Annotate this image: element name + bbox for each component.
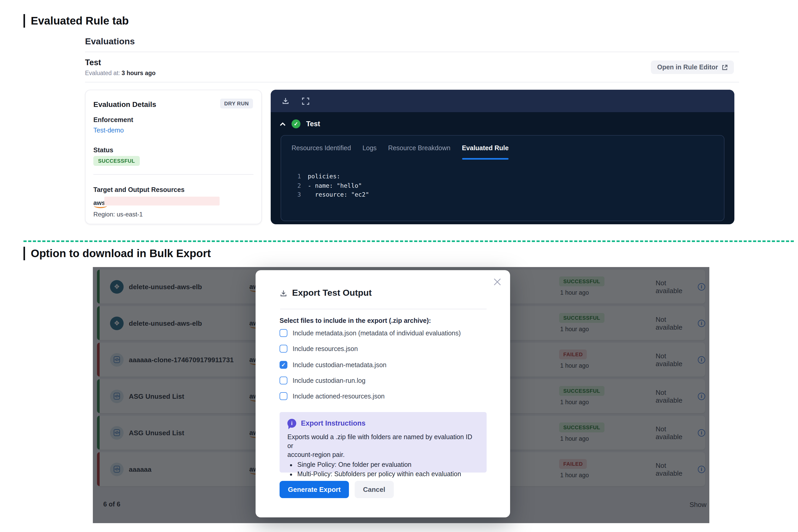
generate-export-button[interactable]: Generate Export [280,481,349,498]
checkbox-include-resources[interactable]: ✓ Include resources.json [280,345,358,353]
target-resources-label: Target and Output Resources [93,186,185,193]
checkbox[interactable]: ✓ [280,345,287,353]
checkbox-include-custodian-metadata[interactable]: ✓ Include custodian-metadata.json [280,361,386,369]
code-line: 1policies: [296,172,714,181]
fullscreen-icon[interactable] [302,97,309,104]
evaluated-at-label: Evaluated at: [85,70,120,76]
divider [85,82,739,82]
code-line: 3 resource: "ec2" [296,190,714,200]
bullet-item: Single Policy: One folder per evaluation [297,460,479,470]
instructions-title: Export Instructions [301,419,366,427]
external-link-icon [722,64,727,70]
checkbox-label: Include resources.json [292,345,358,352]
aws-logo: aws [93,200,105,206]
open-in-rule-editor-button[interactable]: Open in Rule Editor [651,60,734,74]
evaluated-at: Evaluated at:3 hours ago [85,70,156,76]
status-badge: SUCCESSFUL [93,156,140,166]
section-title-bulk-export: Option to download in Bulk Export [23,247,211,260]
evaluation-name: Test [85,58,101,67]
modal-title: Export Test Output [292,288,372,298]
info-bubble-icon: i [287,419,296,428]
close-icon[interactable] [493,278,502,286]
download-icon[interactable] [282,97,289,105]
enforcement-label: Enforcement [93,116,133,124]
test-output-viewer: ✓ Test Resources Identified Logs Resourc… [271,90,734,224]
tab-logs[interactable]: Logs [362,145,377,153]
status-label: Status [93,147,113,154]
code-line: 2- name: "hello" [296,181,714,190]
redacted-resource-name [104,197,220,206]
run-name: Test [306,120,320,128]
tab-evaluated-rule[interactable]: Evaluated Rule [462,145,509,153]
evaluated-at-value: 3 hours ago [121,70,155,76]
code-text: policies: [308,172,340,181]
success-check-icon: ✓ [291,119,300,128]
divider [85,52,739,52]
checkbox-include-custodian-run-log[interactable]: ✓ Include custodian-run.log [280,377,365,384]
checkbox[interactable]: ✓ [280,377,287,384]
checkbox[interactable]: ✓ [280,329,287,337]
tab-resources-identified[interactable]: Resources Identified [291,145,351,153]
cancel-button[interactable]: Cancel [355,481,394,498]
evaluations-heading: Evaluations [85,37,135,47]
checkbox-label: Include metadata.json (metadata of indiv… [292,329,461,337]
instructions-header: i Export Instructions [287,419,366,428]
code-text: - name: "hello" [308,181,362,190]
line-number: 1 [296,172,301,181]
checkbox-label: Include custodian-run.log [292,377,365,384]
export-modal: Export Test Output Select files to inclu… [255,270,510,517]
checkbox[interactable]: ✓ [280,361,287,369]
download-icon [280,289,287,297]
enforcement-link[interactable]: Test-demo [93,127,124,134]
line-number: 2 [296,181,301,190]
checkbox[interactable]: ✓ [280,392,287,400]
divider [93,174,253,175]
instructions-bullets: Single Policy: One folder per evaluation… [287,460,479,479]
viewer-tabs: Resources Identified Logs Resource Break… [291,145,734,153]
select-files-label: Select files to include in the export (.… [280,317,431,324]
run-row: ✓ Test [280,119,320,128]
checkbox-include-actioned-resources[interactable]: ✓ Include actioned-resources.json [280,392,385,400]
dry-run-badge: DRY RUN [220,99,253,109]
tab-resource-breakdown[interactable]: Resource Breakdown [388,145,450,153]
viewer-toolbar [271,90,734,112]
section-title-evaluated-rule-tab: Evaluated Rule tab [23,14,129,27]
code-text: resource: "ec2" [308,190,369,200]
instructions-line: account-region pair. [287,451,479,459]
code-block: 1policies: 2- name: "hello" 3 resource: … [296,172,714,200]
run-detail-panel: Resources Identified Logs Resource Break… [281,135,724,221]
checkbox-label: Include actioned-resources.json [292,393,385,400]
instructions-line: Exports would a .zip file with folders a… [287,433,479,451]
open-in-rule-editor-label: Open in Rule Editor [657,64,718,71]
instructions-body: Exports would a .zip file with folders a… [287,433,479,479]
checkbox-label: Include custodian-metadata.json [292,361,386,368]
export-instructions-box: i Export Instructions Exports would a .z… [280,412,487,473]
details-card-title: Evaluation Details [93,100,156,109]
modal-title-row: Export Test Output [280,288,372,298]
dashed-separator [23,241,794,242]
chevron-up-icon[interactable] [280,122,286,126]
region-text: Region: us-east-1 [93,211,142,218]
page: Evaluated Rule tab Evaluations Test Eval… [0,0,798,532]
checkbox-include-metadata[interactable]: ✓ Include metadata.json (metadata of ind… [280,329,461,337]
evaluation-details-card: Evaluation Details DRY RUN Enforcement T… [85,90,262,224]
divider [280,309,487,309]
bullet-item: Multi-Policy: Subfolders per policy with… [297,470,479,479]
line-number: 3 [296,190,301,200]
